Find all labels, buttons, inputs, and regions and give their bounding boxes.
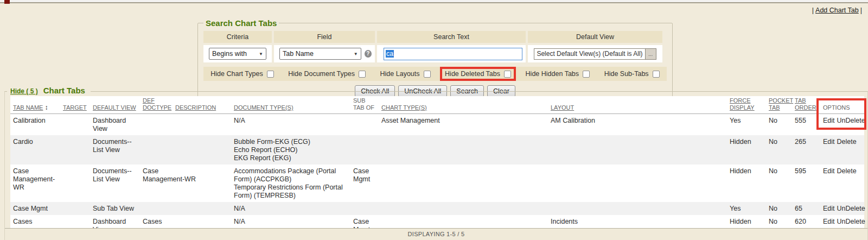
cell-def-doctype (140, 135, 173, 165)
undelete-link[interactable]: UnDelete (837, 205, 865, 212)
cell-document-types: Bubble Form-EKG (ECG) Echo Report (ECHO)… (231, 135, 350, 165)
field-cell: Tab Name ▼ ? (274, 45, 375, 62)
checkbox-hide-layouts[interactable] (424, 71, 431, 78)
checkbox-hide-deleted-tabs[interactable] (504, 71, 511, 78)
edit-link[interactable]: Edit (823, 117, 835, 124)
cell-document-types: N/A (231, 202, 350, 215)
column-header-def-doctype[interactable]: DEF DOCTYPE (140, 96, 173, 114)
paging-footer: DISPLAYING 1-5 / 5 (5, 228, 867, 240)
checkbox-item-hide-chart-types: Hide Chart Types (208, 70, 276, 78)
column-header-label: SUB TAB OF (353, 97, 374, 111)
column-header-tab-order[interactable]: TAB ORDER (792, 96, 820, 114)
cell-chart-types (379, 202, 548, 215)
cell-options: EditUnDelete (820, 114, 864, 136)
criteria-select[interactable]: Begins with ▼ (209, 48, 266, 60)
cell-pocket-tab: No (766, 202, 792, 215)
chart-tabs-table-wrap: TAB NAME↕TARGETDEFAULT VIEWDEF DOCTYPEDE… (10, 96, 864, 236)
cell-sub-tab-of: Case Mgmt (350, 165, 379, 202)
column-header-label: POCKET TAB (769, 97, 793, 111)
default-view-header: Default View (528, 31, 662, 43)
delete-link[interactable]: Delete (837, 167, 857, 175)
column-header-label: OPTIONS (823, 104, 850, 111)
checkbox-hide-hidden-tabs[interactable] (583, 71, 590, 78)
undelete-link[interactable]: UnDelete (837, 218, 865, 225)
column-header-document-types[interactable]: DOCUMENT TYPE(S) (231, 96, 350, 114)
criteria-cell: Begins with ▼ (203, 45, 272, 62)
field-header: Field (274, 31, 375, 43)
default-view-picker[interactable]: Select Default View(s) (Default is All) … (534, 48, 656, 60)
column-header-chart-types[interactable]: CHART TYPE(S) (379, 96, 548, 114)
column-header-tab-name[interactable]: TAB NAME↕ (10, 96, 60, 114)
cell-target (60, 135, 90, 165)
cell-sub-tab-of (350, 202, 379, 215)
cell-layout (548, 135, 727, 165)
cell-force-display: Hidden (727, 165, 766, 202)
search-text-input[interactable]: ca (384, 48, 522, 60)
column-header-pocket-tab[interactable]: POCKET TAB (766, 96, 792, 114)
sort-icon[interactable]: ↕ (44, 104, 48, 111)
cell-target (60, 202, 90, 215)
edit-link[interactable]: Edit (823, 218, 835, 225)
checkbox-item-hide-layouts: Hide Layouts (378, 70, 433, 78)
hide-count-link[interactable]: Hide ( 5 ) (10, 87, 38, 95)
checkbox-hide-document-types[interactable] (359, 71, 366, 78)
search-grid: Criteria Field Search Text Default View … (203, 31, 667, 62)
table-row: CardioDocuments-- List ViewBubble Form-E… (10, 135, 864, 165)
cell-pocket-tab: No (766, 165, 792, 202)
column-header-label: DEFAULT VIEW (93, 104, 136, 111)
cell-pocket-tab: No (766, 135, 792, 165)
cell-tab-name: Case Mgmt (10, 202, 60, 215)
cell-force-display: Hidden (727, 135, 766, 165)
page: { "window": { "add_chart_tab_link": "Add… (0, 0, 868, 240)
checkbox-label: Hide Chart Types (210, 70, 263, 78)
undelete-link[interactable]: UnDelete (837, 117, 865, 124)
delete-link[interactable]: Delete (837, 138, 857, 146)
add-chart-tab-link[interactable]: Add Chart Tab (815, 7, 859, 14)
edit-link[interactable]: Edit (823, 205, 835, 212)
cell-description (173, 114, 231, 136)
default-view-cell: Select Default View(s) (Default is All) … (528, 45, 662, 62)
field-select[interactable]: Tab Name ▼ (279, 48, 361, 60)
search-panel-legend: Search Chart Tabs (203, 18, 279, 28)
help-icon[interactable]: ? (365, 50, 372, 58)
cell-target (60, 114, 90, 136)
chart-tabs-section: Hide ( 5 ) Chart Tabs TAB NAME↕TARGETDEF… (4, 91, 868, 240)
top-left-red-mark (4, 0, 10, 4)
table-header-row: TAB NAME↕TARGETDEFAULT VIEWDEF DOCTYPEDE… (10, 96, 864, 114)
top-strip (0, 0, 868, 3)
column-header-target[interactable]: TARGET (60, 96, 90, 114)
pipe-separator: | (860, 7, 862, 14)
checkbox-hide-chart-types[interactable] (267, 71, 274, 78)
field-select-value: Tab Name (283, 50, 314, 58)
column-header-sub-tab-of: SUB TAB OF (350, 96, 379, 114)
cell-force-display: Yes (727, 114, 766, 136)
edit-link[interactable]: Edit (823, 138, 835, 146)
checkbox-label: Hide Document Types (288, 70, 355, 78)
column-header-force-display[interactable]: FORCE DISPLAY (727, 96, 766, 114)
checkbox-label: Hide Hidden Tabs (526, 70, 579, 78)
column-header-default-view[interactable]: DEFAULT VIEW (90, 96, 140, 114)
cell-tab-order: 265 (792, 135, 820, 165)
cell-chart-types (379, 165, 548, 202)
criteria-select-value: Begins with (212, 50, 247, 58)
column-header-label: TAB NAME (13, 104, 43, 111)
checkbox-item-hide-deleted-tabs: Hide Deleted Tabs (443, 70, 513, 78)
cell-tab-name: Calibration (10, 114, 60, 136)
chart-tabs-legend: Hide ( 5 ) Chart Tabs (7, 86, 91, 95)
cell-default-view: Dashboard View (90, 114, 140, 136)
column-header-description[interactable]: DESCRIPTION (173, 96, 231, 114)
cell-options: EditDelete (820, 135, 864, 165)
checkbox-hide-sub-tabs[interactable] (653, 71, 660, 78)
column-header-label: LAYOUT (551, 104, 574, 111)
column-header-layout[interactable]: LAYOUT (548, 96, 727, 114)
cell-options: EditUnDelete (820, 202, 864, 215)
cell-default-view: Documents-- List View (90, 135, 140, 165)
hide-filters-strip: Hide Chart TypesHide Document TypesHide … (203, 67, 667, 81)
ellipsis-button[interactable]: ... (645, 49, 656, 59)
cell-def-doctype: Case Management-WR (140, 165, 173, 202)
edit-link[interactable]: Edit (823, 167, 835, 175)
criteria-header: Criteria (203, 31, 272, 43)
cell-tab-name: Case Management- WR (10, 165, 60, 202)
cell-chart-types: Asset Management (379, 114, 548, 136)
cell-default-view: Documents-- List View (90, 165, 140, 202)
